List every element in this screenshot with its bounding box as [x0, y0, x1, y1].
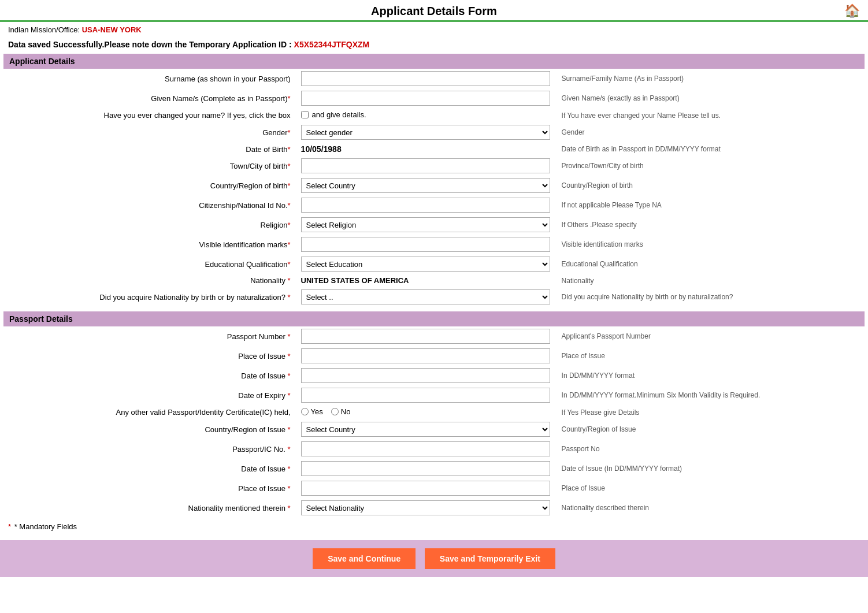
country-birth-help: Country/Region of birth — [555, 176, 865, 195]
given-names-label: Given Name/s (Complete as in Passport)* — [3, 88, 296, 108]
citizenship-help: If not applicable Please Type NA — [555, 195, 865, 215]
citizenship-label: Citizenship/National Id No.* — [3, 195, 296, 215]
given-names-help: Given Name/s (exactly as in Passport) — [555, 88, 865, 108]
name-change-suffix: and give details. — [312, 110, 366, 119]
religion-select[interactable]: Select Religion — [301, 217, 550, 232]
nationality-help: Nationality — [555, 274, 865, 287]
surname-input[interactable] — [301, 71, 550, 86]
passport-ic-help: Passport No — [555, 439, 865, 459]
page-title: Applicant Details Form — [0, 5, 868, 18]
religion-help: If Others .Please specify — [555, 215, 865, 235]
visible-marks-help: Visible identification marks — [555, 235, 865, 254]
place-of-issue-input[interactable] — [301, 348, 550, 363]
date-of-issue2-label: Date of Issue * — [3, 459, 296, 478]
given-names-row: Given Name/s (Complete as in Passport)* … — [3, 88, 865, 108]
education-select[interactable]: Select Education — [301, 257, 550, 272]
other-passport-yes-radio[interactable] — [301, 408, 309, 415]
application-id: X5X52344JTFQXZM — [294, 40, 370, 49]
nationality-therein-help: Nationality described therein — [555, 498, 865, 518]
place-of-issue2-row: Place of Issue * Place of Issue — [3, 478, 865, 498]
passport-number-row: Passport Number * Applicant's Passport N… — [3, 326, 865, 346]
surname-label: Surname (as shown in your Passport) — [3, 69, 296, 88]
nationality-acquire-label: Did you acquire Nationality by birth or … — [3, 287, 296, 307]
nationality-value: UNITED STATES OF AMERICA — [301, 276, 409, 285]
place-of-issue-row: Place of Issue * Place of Issue — [3, 346, 865, 366]
date-of-issue-row: Date of Issue * In DD/MM/YYYY format — [3, 366, 865, 385]
surname-help: Surname/Family Name (As in Passport) — [555, 69, 865, 88]
town-input[interactable] — [301, 158, 550, 173]
footer-bar: Save and Continue Save and Temporarily E… — [0, 540, 868, 577]
mission-value: USA-NEW YORK — [82, 25, 142, 34]
date-of-issue2-help: Date of Issue (In DD/MM/YYYY format) — [555, 459, 865, 478]
education-row: Educational Qualification* Select Educat… — [3, 254, 865, 274]
date-of-issue-input[interactable] — [301, 368, 550, 383]
save-continue-button[interactable]: Save and Continue — [313, 548, 416, 569]
gender-label: Gender* — [3, 122, 296, 142]
date-of-issue2-input[interactable] — [301, 461, 550, 476]
religion-label: Religion* — [3, 215, 296, 235]
page-header: Applicant Details Form 🏠 — [0, 0, 868, 22]
nationality-therein-select[interactable]: Select Nationality — [301, 500, 550, 515]
date-of-issue-label: Date of Issue * — [3, 366, 296, 385]
town-help: Province/Town/City of birth — [555, 156, 865, 176]
data-saved-line: Data saved Successfully.Please note down… — [0, 38, 868, 54]
date-of-expiry-help: In DD/MM/YYYY format.Minimum Six Month V… — [555, 385, 865, 405]
nationality-therein-row: Nationality mentioned therein * Select N… — [3, 498, 865, 518]
place-of-issue2-help: Place of Issue — [555, 478, 865, 498]
gender-select[interactable]: Select gender Male Female Other — [301, 125, 550, 140]
save-exit-button[interactable]: Save and Temporarily Exit — [425, 548, 555, 569]
citizenship-row: Citizenship/National Id No.* If not appl… — [3, 195, 865, 215]
passport-number-help: Applicant's Passport Number — [555, 326, 865, 346]
mandatory-note: * * Mandatory Fields — [0, 518, 868, 536]
country-birth-row: Country/Region of birth* Select Country … — [3, 176, 865, 195]
place-of-issue2-input[interactable] — [301, 481, 550, 496]
education-label: Educational Qualification* — [3, 254, 296, 274]
town-label: Town/City of birth* — [3, 156, 296, 176]
gender-help: Gender — [555, 122, 865, 142]
date-of-issue2-row: Date of Issue * Date of Issue (In DD/MM/… — [3, 459, 865, 478]
nationality-label: Nationality * — [3, 274, 296, 287]
nationality-acquire-select[interactable]: Select .. By Birth By Naturalization — [301, 289, 550, 304]
visible-marks-row: Visible identification marks* Visible id… — [3, 235, 865, 254]
name-change-row: Have you ever changed your name? If yes,… — [3, 108, 865, 122]
surname-row: Surname (as shown in your Passport) Surn… — [3, 69, 865, 88]
home-icon[interactable]: 🏠 — [844, 3, 860, 18]
nationality-row: Nationality * UNITED STATES OF AMERICA N… — [3, 274, 865, 287]
date-of-expiry-input[interactable] — [301, 388, 550, 403]
religion-row: Religion* Select Religion If Others .Ple… — [3, 215, 865, 235]
passport-number-input[interactable] — [301, 329, 550, 344]
dob-row: Date of Birth* 10/05/1988 Date of Birth … — [3, 142, 865, 156]
passport-section-header: Passport Details — [3, 311, 865, 326]
given-names-input[interactable] — [301, 91, 550, 106]
passport-ic-label: Passport/IC No. * — [3, 439, 296, 459]
name-change-checkbox[interactable] — [301, 111, 309, 118]
other-passport-no-radio[interactable] — [331, 408, 339, 415]
place-of-issue-help: Place of Issue — [555, 346, 865, 366]
other-passport-no-label[interactable]: No — [331, 407, 351, 416]
dob-label: Date of Birth* — [3, 142, 296, 156]
other-passport-yes-label[interactable]: Yes — [301, 407, 323, 416]
visible-marks-input[interactable] — [301, 237, 550, 252]
date-of-expiry-label: Date of Expiry * — [3, 385, 296, 405]
gender-row: Gender* Select gender Male Female Other … — [3, 122, 865, 142]
visible-marks-label: Visible identification marks* — [3, 235, 296, 254]
other-passport-help: If Yes Please give Details — [555, 405, 865, 419]
country-birth-select[interactable]: Select Country — [301, 178, 550, 193]
place-of-issue2-label: Place of Issue * — [3, 478, 296, 498]
country-issue-help: Country/Region of Issue — [555, 419, 865, 439]
date-of-expiry-row: Date of Expiry * In DD/MM/YYYY format.Mi… — [3, 385, 865, 405]
mission-label: Indian Mission/Office: — [8, 25, 80, 34]
passport-number-label: Passport Number * — [3, 326, 296, 346]
country-issue-select[interactable]: Select Country — [301, 422, 550, 437]
passport-ic-row: Passport/IC No. * Passport No — [3, 439, 865, 459]
passport-ic-input[interactable] — [301, 441, 550, 456]
place-of-issue-label: Place of Issue * — [3, 346, 296, 366]
country-issue-row: Country/Region of Issue * Select Country… — [3, 419, 865, 439]
mission-line: Indian Mission/Office: USA-NEW YORK — [0, 22, 868, 38]
name-change-help: If You have ever changed your Name Pleas… — [555, 108, 865, 122]
citizenship-input[interactable] — [301, 198, 550, 213]
data-saved-message: Data saved Successfully.Please note down… — [8, 40, 292, 49]
nationality-acquire-row: Did you acquire Nationality by birth or … — [3, 287, 865, 307]
name-change-label: Have you ever changed your name? If yes,… — [3, 108, 296, 122]
town-row: Town/City of birth* Province/Town/City o… — [3, 156, 865, 176]
